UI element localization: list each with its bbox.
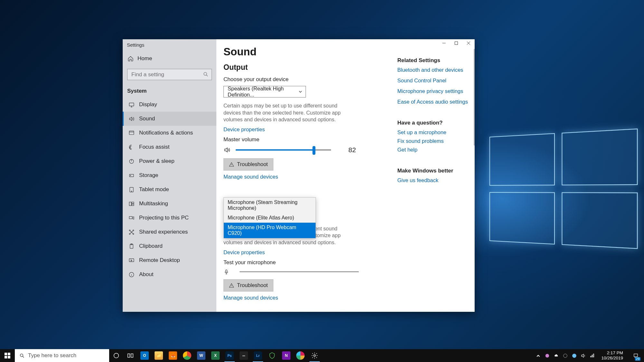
taskbar-app-photoshop[interactable]: Ps	[223, 349, 237, 362]
sidebar-item-focus-assist[interactable]: Focus assist	[123, 140, 216, 154]
sidebar-item-power-sleep[interactable]: Power & sleep	[123, 154, 216, 168]
tray-network-icon[interactable]	[590, 353, 595, 358]
sidebar-item-tablet-mode[interactable]: Tablet mode	[123, 182, 216, 197]
dropdown-option-selected[interactable]: Microphone (HD Pro Webcam C920)	[224, 223, 316, 238]
steam-icon[interactable]	[572, 353, 577, 358]
action-center-button[interactable]: 29	[629, 349, 642, 362]
taskbar-app-excel[interactable]: X	[208, 349, 223, 362]
related-link-sound-control-panel[interactable]: Sound Control Panel	[397, 78, 468, 84]
sidebar-item-storage[interactable]: Storage	[123, 168, 216, 182]
svg-rect-25	[8, 356, 10, 358]
storage-icon	[128, 172, 135, 179]
taskbar-app-firefox[interactable]: 🦊	[166, 349, 180, 362]
related-link-bluetooth[interactable]: Bluetooth and other devices	[397, 67, 468, 73]
question-link-setup-mic[interactable]: Set up a microphone	[397, 129, 468, 135]
search-icon	[203, 71, 209, 77]
svg-point-13	[133, 230, 134, 231]
taskbar-app-onenote[interactable]: N	[279, 349, 293, 362]
onedrive-icon[interactable]	[554, 353, 559, 358]
page-title: Sound	[223, 46, 397, 58]
taskbar-app-lightroom[interactable]: Lr	[251, 349, 265, 362]
svg-rect-8	[129, 202, 131, 205]
tray-speaker-icon[interactable]	[581, 353, 586, 358]
gear-icon	[311, 352, 318, 359]
svg-point-31	[545, 354, 549, 357]
svg-point-15	[133, 233, 134, 234]
input-device-properties-link[interactable]: Device properties	[223, 249, 397, 255]
task-view-button[interactable]	[123, 349, 137, 362]
output-device-properties-link[interactable]: Device properties	[223, 126, 397, 133]
sidebar-item-notifications[interactable]: Notifications & actions	[123, 126, 216, 140]
svg-point-7	[131, 191, 132, 191]
input-troubleshoot-button[interactable]: Troubleshoot	[223, 279, 273, 292]
volume-slider[interactable]	[236, 149, 331, 151]
output-heading: Output	[223, 63, 397, 72]
taskbar-app-slack[interactable]	[293, 349, 308, 362]
remote-desktop-icon	[128, 257, 135, 264]
dropdown-option[interactable]: Microphone (Elite Atlas Aero)	[224, 213, 316, 223]
taskbar-app-settings[interactable]	[308, 349, 322, 362]
tray-expand-icon[interactable]	[535, 353, 541, 358]
about-icon	[128, 272, 135, 278]
related-link-ease-of-access[interactable]: Ease of Access audio settings	[397, 99, 468, 105]
multitasking-icon	[128, 201, 135, 207]
question-link-get-help[interactable]: Get help	[397, 147, 468, 153]
scrollbar[interactable]	[474, 49, 475, 145]
taskbar-clock[interactable]: 2:17 PM 10/26/2019	[599, 350, 626, 360]
sidebar-item-label: Tablet mode	[139, 186, 169, 193]
sidebar-item-clipboard[interactable]: Clipboard	[123, 239, 216, 253]
question-link-fix-sound[interactable]: Fix sound problems	[397, 138, 468, 144]
display-icon	[128, 102, 135, 108]
warning-icon	[229, 162, 234, 167]
tray-icon[interactable]	[545, 353, 550, 358]
taskbar-app-outlook[interactable]: O	[137, 349, 152, 362]
svg-rect-10	[132, 204, 134, 206]
taskbar-app-chrome[interactable]	[180, 349, 194, 362]
cortana-button[interactable]	[109, 349, 123, 362]
sidebar-item-about[interactable]: About	[123, 267, 216, 282]
svg-rect-29	[131, 354, 133, 357]
taskbar-app-word[interactable]: W	[194, 349, 208, 362]
warning-icon	[229, 283, 234, 288]
system-tray: 2:17 PM 10/26/2019 29	[535, 349, 644, 362]
sidebar-item-label: About	[139, 271, 153, 278]
maximize-button[interactable]	[450, 39, 462, 47]
settings-content: Sound Output Choose your output device S…	[216, 39, 475, 312]
sidebar-search[interactable]	[127, 69, 212, 80]
window-controls	[438, 39, 475, 47]
sidebar-item-sound[interactable]: Sound	[123, 112, 216, 126]
sidebar-category: System	[123, 80, 216, 97]
sidebar-home[interactable]: Home	[123, 46, 216, 66]
output-manage-link[interactable]: Manage sound devices	[223, 174, 397, 180]
output-description: Certain apps may be set up to use differ…	[223, 102, 355, 123]
taskbar-app-defender[interactable]	[265, 349, 279, 362]
sidebar-item-multitasking[interactable]: Multitasking	[123, 197, 216, 211]
sidebar-item-label: Remote Desktop	[139, 257, 180, 264]
dropdown-option[interactable]: Microphone (Steam Streaming Microphone)	[224, 198, 316, 213]
svg-rect-28	[128, 354, 130, 357]
sidebar-item-remote-desktop[interactable]: Remote Desktop	[123, 253, 216, 267]
feedback-link[interactable]: Give us feedback	[397, 177, 468, 183]
output-choose-label: Choose your output device	[223, 76, 397, 83]
svg-point-26	[20, 354, 23, 357]
taskbar-app-explorer[interactable]: 📁	[152, 349, 166, 362]
sidebar-search-input[interactable]	[127, 69, 212, 80]
taskbar-search[interactable]: Type here to search	[15, 349, 109, 362]
sidebar-item-display[interactable]: Display	[123, 97, 216, 112]
taskbar-app-generic1[interactable]: •••	[237, 349, 251, 362]
start-button[interactable]	[0, 349, 15, 362]
output-troubleshoot-button[interactable]: Troubleshoot	[223, 158, 273, 171]
tray-icon[interactable]	[563, 353, 568, 358]
sidebar-item-label: Storage	[139, 172, 158, 179]
sidebar-item-shared-experiences[interactable]: Shared experiences	[123, 225, 216, 239]
svg-point-5	[130, 175, 131, 176]
close-button[interactable]	[462, 39, 475, 47]
minimize-button[interactable]	[438, 39, 450, 47]
input-manage-link[interactable]: Manage sound devices	[223, 295, 397, 301]
taskbar-search-placeholder: Type here to search	[28, 352, 76, 359]
input-device-dropdown[interactable]: Microphone (Steam Streaming Microphone) …	[223, 197, 316, 238]
related-link-mic-privacy[interactable]: Microphone privacy settings	[397, 88, 468, 94]
output-device-combo[interactable]: Speakers (Realtek High Definition...	[223, 86, 306, 97]
sidebar-item-label: Multitasking	[139, 200, 168, 207]
sidebar-item-projecting[interactable]: Projecting to this PC	[123, 211, 216, 225]
